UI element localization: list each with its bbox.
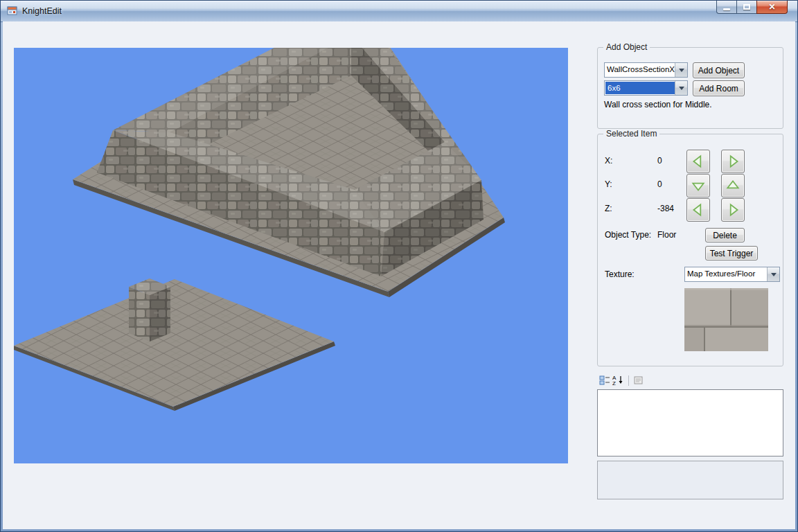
arrow-right-icon [725, 154, 741, 169]
y-value: 0 [657, 179, 662, 189]
sort-alphabetical-icon[interactable]: A Z [612, 374, 624, 387]
minimize-button[interactable] [716, 1, 736, 14]
scene-render [14, 48, 568, 463]
chevron-down-icon[interactable] [675, 81, 687, 95]
arrow-up-icon [725, 178, 741, 193]
categorized-icon[interactable] [598, 374, 611, 387]
property-grid-help-panel [597, 461, 783, 499]
maximize-icon [743, 4, 750, 10]
property-pages-icon [632, 374, 645, 387]
y-label: Y: [605, 179, 612, 189]
texture-label: Texture: [605, 269, 635, 279]
z-increase-button[interactable] [721, 198, 745, 222]
maximize-button[interactable] [736, 1, 756, 14]
chevron-down-icon[interactable] [767, 267, 779, 281]
arrow-down-icon [691, 178, 706, 193]
svg-text:Z: Z [612, 380, 616, 386]
object-type-value: Floor [657, 230, 676, 240]
delete-button[interactable]: Delete [705, 228, 745, 242]
window-title: KnightEdit [22, 6, 62, 16]
arrow-left-icon [691, 202, 706, 218]
test-trigger-button[interactable]: Test Trigger [705, 246, 758, 260]
room-size-combo[interactable]: 6x6 [604, 80, 688, 96]
chevron-down-icon[interactable] [675, 63, 687, 77]
close-button[interactable]: ✕ [756, 1, 788, 14]
texture-preview-image [684, 288, 768, 351]
property-grid-toolbar: A Z [598, 373, 783, 387]
object-description-label: Wall cross section for Middle. [604, 100, 712, 109]
room-size-combo-value: 6x6 [605, 82, 675, 94]
add-object-group: Add Object WallCrossSectionX Add Object … [597, 47, 783, 129]
x-label: X: [605, 156, 612, 166]
arrow-right-icon [725, 202, 741, 218]
add-object-group-title: Add Object [603, 42, 650, 52]
selected-item-group: Selected Item X: 0 Y: 0 [597, 134, 783, 366]
close-icon: ✕ [768, 3, 775, 11]
toolbar-separator [628, 375, 629, 386]
add-room-button[interactable]: Add Room [693, 80, 745, 96]
add-object-button[interactable]: Add Object [693, 62, 745, 78]
y-increase-button[interactable] [721, 174, 745, 197]
window-controls: ✕ [716, 1, 788, 14]
x-decrease-button[interactable] [686, 150, 710, 173]
y-decrease-button[interactable] [686, 174, 710, 197]
z-label: Z: [605, 204, 612, 213]
titlebar[interactable]: KnightEdit ✕ [1, 1, 797, 22]
arrow-left-icon [691, 154, 706, 169]
z-value: -384 [657, 204, 674, 213]
object-type-label: Object Type: [605, 230, 651, 240]
x-value: 0 [657, 156, 662, 166]
property-grid-list[interactable] [597, 389, 783, 456]
app-icon [7, 6, 18, 17]
selected-item-group-title: Selected Item [603, 129, 659, 139]
x-increase-button[interactable] [721, 150, 745, 173]
texture-combo-value: Map Textures/Floor [685, 267, 767, 281]
app-window: KnightEdit ✕ [0, 0, 798, 532]
texture-combo[interactable]: Map Textures/Floor [684, 267, 780, 282]
viewport-3d[interactable] [14, 48, 568, 463]
client-area: Add Object WallCrossSectionX Add Object … [3, 21, 795, 529]
minimize-icon [723, 8, 730, 10]
z-decrease-button[interactable] [686, 198, 710, 222]
object-type-combo[interactable]: WallCrossSectionX [604, 62, 688, 78]
object-type-combo-value: WallCrossSectionX [605, 63, 675, 77]
